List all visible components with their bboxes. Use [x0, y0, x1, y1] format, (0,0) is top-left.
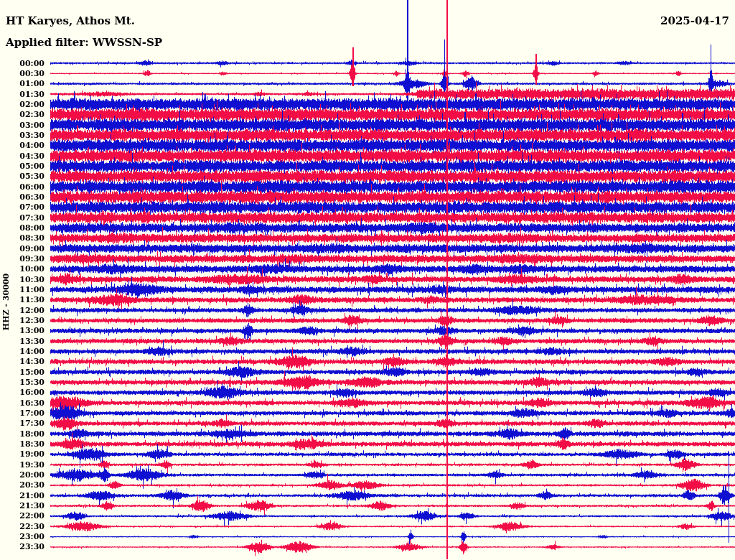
time-label: 09:00 [1, 245, 45, 253]
time-label: 21:30 [1, 502, 45, 510]
time-label: 21:00 [1, 492, 45, 500]
time-label: 15:00 [1, 368, 45, 376]
time-label: 23:30 [1, 543, 45, 551]
time-label: 02:30 [1, 111, 45, 118]
time-label: 17:30 [1, 419, 45, 427]
time-label: 14:30 [1, 358, 45, 365]
time-label: 10:30 [1, 276, 45, 284]
time-label: 16:30 [1, 399, 45, 407]
time-label: 05:30 [1, 172, 45, 180]
time-label: 04:00 [1, 141, 45, 149]
time-label: 20:30 [1, 481, 45, 489]
time-label: 06:00 [1, 183, 45, 191]
time-label: 22:30 [1, 523, 45, 531]
filter-label: Applied filter: WWSSN-SP [6, 36, 162, 49]
time-label: 23:00 [1, 533, 45, 541]
time-label: 07:00 [1, 203, 45, 211]
time-label: 19:30 [1, 461, 45, 469]
time-label: 05:00 [1, 162, 45, 170]
time-label: 08:00 [1, 224, 45, 232]
time-label: 01:30 [1, 90, 45, 98]
time-label: 11:30 [1, 296, 45, 304]
time-label: 03:00 [1, 121, 45, 129]
time-label: 13:00 [1, 327, 45, 335]
time-label: 15:30 [1, 378, 45, 386]
time-label: 04:30 [1, 152, 45, 160]
time-label: 10:00 [1, 265, 45, 273]
time-label: 08:30 [1, 234, 45, 242]
helicorder-canvas [0, 0, 735, 560]
time-label: 13:30 [1, 337, 45, 345]
helicorder-page: HT Karyes, Athos Mt. 2025-04-17 Applied … [0, 0, 735, 560]
time-label: 12:00 [1, 307, 45, 314]
time-label: 18:30 [1, 440, 45, 448]
time-label: 06:30 [1, 193, 45, 201]
time-label: 09:30 [1, 255, 45, 263]
time-label: 19:00 [1, 450, 45, 458]
time-label: 02:00 [1, 101, 45, 108]
time-label: 01:00 [1, 80, 45, 88]
time-label: 18:00 [1, 430, 45, 438]
station-title: HT Karyes, Athos Mt. [6, 14, 135, 27]
time-label: 12:30 [1, 317, 45, 325]
time-label: 00:00 [1, 60, 45, 67]
time-label: 11:00 [1, 286, 45, 294]
time-label: 20:00 [1, 471, 45, 479]
time-label: 03:30 [1, 131, 45, 139]
time-label: 14:00 [1, 347, 45, 355]
time-label: 07:30 [1, 214, 45, 222]
time-label: 17:00 [1, 409, 45, 417]
time-label: 00:30 [1, 70, 45, 78]
date-label: 2025-04-17 [660, 14, 729, 27]
time-label: 22:00 [1, 512, 45, 520]
time-label: 16:00 [1, 388, 45, 396]
